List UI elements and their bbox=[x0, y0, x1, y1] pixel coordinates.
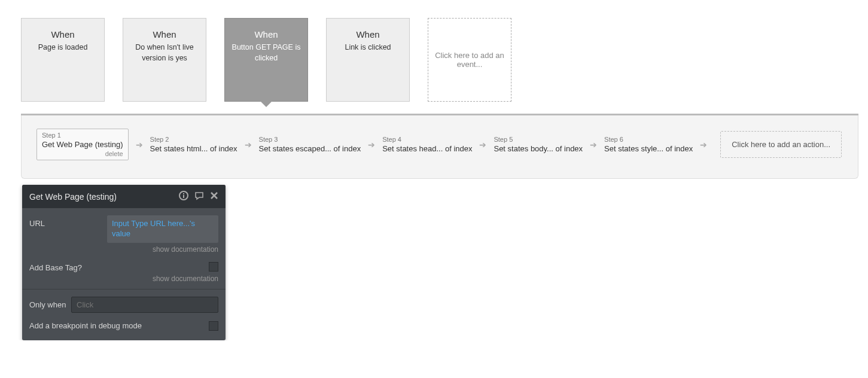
event-desc: Link is clicked bbox=[345, 42, 391, 53]
breakpoint-checkbox[interactable] bbox=[209, 321, 218, 331]
add-base-tag-checkbox[interactable] bbox=[209, 262, 218, 272]
show-documentation-link[interactable]: show documentation bbox=[29, 245, 218, 254]
step-text: Set states head... of index bbox=[382, 144, 472, 153]
steps-row: Step 1 Get Web Page (testing) delete ➔ S… bbox=[21, 115, 858, 179]
only-when-label: Only when bbox=[29, 300, 71, 309]
step-1[interactable]: Step 1 Get Web Page (testing) delete bbox=[36, 129, 129, 160]
event-card-not-live[interactable]: When Do when Isn't live version is yes bbox=[123, 18, 206, 102]
step-4[interactable]: Step 4 Set states head... of index bbox=[382, 136, 472, 153]
svg-rect-2 bbox=[183, 193, 184, 194]
step-text: Set states style... of index bbox=[604, 144, 693, 153]
step-label: Step 4 bbox=[382, 136, 472, 143]
arrow-right-icon: ➔ bbox=[479, 140, 486, 150]
step-label: Step 1 bbox=[42, 132, 123, 139]
add-event-label: Click here to add an event... bbox=[434, 51, 505, 69]
url-input[interactable]: Input Type URL here...'s value bbox=[107, 215, 218, 243]
event-title: When bbox=[254, 29, 278, 39]
step-2[interactable]: Step 2 Set states html... of index bbox=[150, 136, 237, 153]
add-action-button[interactable]: Click here to add an action... bbox=[720, 131, 842, 158]
add-base-tag-label: Add Base Tag? bbox=[29, 260, 209, 272]
step-5[interactable]: Step 5 Set states body... of index bbox=[494, 136, 583, 153]
close-icon[interactable] bbox=[210, 191, 218, 202]
add-base-tag-row: Add Base Tag? bbox=[29, 260, 218, 272]
arrow-right-icon: ➔ bbox=[245, 140, 252, 150]
step-text: Set states html... of index bbox=[150, 144, 237, 153]
only-when-input[interactable] bbox=[71, 297, 218, 313]
only-when-row: Only when bbox=[29, 297, 218, 313]
url-row: URL Input Type URL here...'s value bbox=[29, 215, 218, 243]
svg-rect-1 bbox=[183, 195, 184, 198]
breakpoint-label: Add a breakpoint in debug mode bbox=[29, 321, 142, 330]
event-title: When bbox=[356, 29, 379, 39]
step-label: Step 5 bbox=[494, 136, 583, 143]
arrow-right-icon: ➔ bbox=[368, 140, 375, 150]
add-action-label: Click here to add an action... bbox=[732, 140, 830, 149]
step-3[interactable]: Step 3 Set states escaped... of index bbox=[259, 136, 361, 153]
arrow-right-icon: ➔ bbox=[136, 140, 143, 150]
property-panel: Get Web Page (testing) URL Input Type UR… bbox=[22, 185, 226, 340]
url-label: URL bbox=[29, 215, 107, 228]
step-label: Step 6 bbox=[604, 136, 693, 143]
event-card-get-page[interactable]: When Button GET PAGE is clicked bbox=[224, 18, 308, 102]
event-desc: Button GET PAGE is clicked bbox=[231, 42, 301, 63]
arrow-right-icon: ➔ bbox=[590, 140, 597, 150]
panel-body: URL Input Type URL here...'s value show … bbox=[22, 208, 226, 340]
show-documentation-link[interactable]: show documentation bbox=[29, 275, 218, 283]
event-card-link-clicked[interactable]: When Link is clicked bbox=[326, 18, 410, 102]
panel-title: Get Web Page (testing) bbox=[29, 192, 117, 202]
comment-icon[interactable] bbox=[194, 191, 204, 202]
step-label: Step 2 bbox=[150, 136, 237, 143]
arrow-right-icon: ➔ bbox=[700, 140, 707, 150]
step-text: Set states escaped... of index bbox=[259, 144, 361, 153]
panel-divider bbox=[22, 289, 226, 289]
step-label: Step 3 bbox=[259, 136, 361, 143]
event-desc: Page is loaded bbox=[38, 42, 88, 53]
step-text: Set states body... of index bbox=[494, 144, 583, 153]
panel-icons bbox=[179, 191, 218, 202]
panel-header: Get Web Page (testing) bbox=[22, 185, 226, 208]
event-card-page-loaded[interactable]: When Page is loaded bbox=[21, 18, 105, 102]
event-title: When bbox=[153, 29, 176, 39]
events-row: When Page is loaded When Do when Isn't l… bbox=[21, 18, 868, 102]
breakpoint-row: Add a breakpoint in debug mode bbox=[29, 321, 218, 337]
step-delete-link[interactable]: delete bbox=[42, 150, 123, 157]
event-title: When bbox=[51, 29, 74, 39]
step-text: Get Web Page (testing) bbox=[42, 140, 123, 149]
step-6[interactable]: Step 6 Set states style... of index bbox=[604, 136, 693, 153]
event-desc: Do when Isn't live version is yes bbox=[129, 42, 200, 63]
add-event-button[interactable]: Click here to add an event... bbox=[428, 18, 511, 102]
workflow-editor: When Page is loaded When Do when Isn't l… bbox=[0, 0, 868, 340]
info-icon[interactable] bbox=[179, 191, 188, 202]
